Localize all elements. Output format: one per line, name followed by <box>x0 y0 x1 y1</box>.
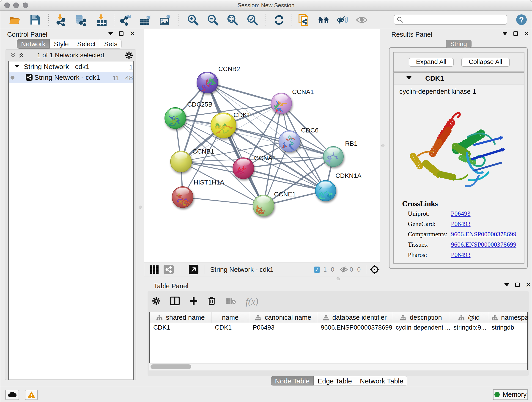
tab-style[interactable]: Style <box>50 39 73 49</box>
go-home-button[interactable] <box>318 14 330 26</box>
zoom-out-button[interactable] <box>207 14 219 26</box>
tab-string[interactable]: String <box>446 40 472 48</box>
maximize-panel-button[interactable] <box>119 32 123 36</box>
hide-selected-button[interactable] <box>336 14 348 26</box>
search-field[interactable] <box>394 15 507 25</box>
column-header-canonical-name[interactable]: canonical name <box>249 313 317 323</box>
export-image-button[interactable] <box>159 14 171 26</box>
birds-eye-view-button[interactable] <box>369 263 380 276</box>
float-panel-button[interactable] <box>502 32 507 35</box>
column-header-namespace[interactable]: namespace <box>488 313 528 323</box>
tab-network[interactable]: Network <box>17 39 50 49</box>
open-in-new-icon <box>191 267 196 273</box>
tree-column-icon <box>458 315 465 321</box>
tab-edge-table[interactable]: Edge Table <box>314 376 356 385</box>
crosslink-link[interactable]: P06493 <box>451 210 471 217</box>
export-table-button[interactable] <box>139 14 151 26</box>
tab-sets[interactable]: Sets <box>100 39 122 49</box>
apply-function-button[interactable]: f(x) <box>246 296 259 307</box>
right-splitter-handle[interactable] <box>381 144 385 147</box>
toolbar-separator <box>48 13 49 27</box>
float-panel-button[interactable] <box>108 32 113 35</box>
clone-network-button[interactable] <box>298 14 310 26</box>
tab-select[interactable]: Select <box>73 39 100 49</box>
gene-section-header[interactable]: CDK1 <box>394 73 524 85</box>
column-header-name[interactable]: name <box>211 313 249 323</box>
add-column-button[interactable] <box>189 297 198 306</box>
search-input[interactable] <box>403 16 507 23</box>
table-toolbar: f(x) <box>152 294 259 309</box>
table-row[interactable]: CDK1CDK1P064939606.ENSP00000378699cyclin… <box>150 323 527 332</box>
warnings-button[interactable] <box>25 390 38 400</box>
close-panel-button[interactable]: ✕ <box>129 32 135 36</box>
disclosure-triangle-icon[interactable] <box>14 65 19 68</box>
zoom-fit-icon <box>227 14 239 26</box>
cloud-button[interactable] <box>5 390 19 400</box>
network-list-item[interactable]: String Network - cdk11 <box>9 61 133 72</box>
open-session-button[interactable] <box>9 14 21 26</box>
control-panel: Control Panel ✕ NetworkStyleSelectSets 1… <box>2 29 136 382</box>
crosslink-row: GeneCard:P06493 <box>408 220 524 230</box>
show-grid-button[interactable] <box>149 263 159 276</box>
gene-name: CDK1 <box>425 75 444 82</box>
crosslink-row: Uniprot:P06493 <box>408 210 524 220</box>
crosslink-link[interactable]: 9606.ENSP00000378699 <box>451 230 516 238</box>
table-horizontal-scrollbar[interactable] <box>149 363 527 370</box>
collapse-all-button[interactable]: Collapse All <box>461 58 510 67</box>
table-panel-header: Table Panel ✕ <box>145 280 532 290</box>
show-column-selector-button[interactable] <box>170 297 180 306</box>
crosslink-link[interactable]: P06493 <box>451 251 471 259</box>
delete-table-button[interactable] <box>225 297 236 306</box>
network-list-item[interactable]: String Network - cdk11148 <box>9 72 133 83</box>
zoom-in-button[interactable] <box>187 14 199 26</box>
show-all-button[interactable] <box>356 14 368 26</box>
table-cell: CDK1 <box>150 323 211 332</box>
crosslink-row: Compartments:9606.ENSP00000378699 <box>408 230 524 241</box>
maximize-panel-button[interactable] <box>515 283 520 287</box>
network-list: String Network - cdk11String Network - c… <box>8 61 134 380</box>
open-view-in-window-button[interactable] <box>189 263 198 276</box>
node-label-CDC6: CDC6 <box>301 127 318 134</box>
crosslink-label: Pharos: <box>408 251 427 258</box>
current-network-dot <box>11 76 14 80</box>
zoom-selected-button[interactable] <box>247 14 259 26</box>
memory-button[interactable]: Memory <box>493 389 528 400</box>
delete-column-button[interactable] <box>208 296 216 306</box>
column-header-description[interactable]: description <box>392 313 450 323</box>
expand-all-button[interactable]: Expand All <box>409 58 454 67</box>
left-splitter-handle[interactable] <box>139 206 142 209</box>
title-bar: Session: New Session <box>0 0 532 11</box>
table-options-button[interactable] <box>152 297 160 306</box>
bottom-splitter-handle[interactable] <box>336 277 340 280</box>
scrollbar-thumb[interactable] <box>151 364 191 369</box>
network-share-button[interactable] <box>164 263 174 276</box>
import-network-from-file-button[interactable] <box>54 14 66 26</box>
export-table-icon <box>139 14 151 26</box>
crosslink-link[interactable]: 9606.ENSP00000378699 <box>451 241 516 248</box>
close-panel-button[interactable]: ✕ <box>524 32 530 36</box>
table-cell: cyclin-dependent ... <box>392 323 450 332</box>
statusbar-separator <box>336 265 336 274</box>
float-panel-button[interactable] <box>504 283 509 287</box>
network-options-button[interactable] <box>125 51 133 60</box>
tab-network-table[interactable]: Network Table <box>356 376 408 385</box>
import-network-from-database-button[interactable] <box>75 14 86 26</box>
table-cell: stringdb <box>488 323 528 332</box>
import-table-from-file-button[interactable] <box>95 14 108 26</box>
help-button[interactable]: ? <box>516 14 527 25</box>
import-network-database-icon <box>75 14 86 26</box>
table-cell: stringdb:9... <box>450 323 488 332</box>
refresh-button[interactable] <box>273 14 285 26</box>
graph-node-CCNB1: CCNB1 <box>171 148 214 172</box>
save-session-button[interactable] <box>29 14 41 26</box>
crosslink-link[interactable]: P06493 <box>451 220 471 228</box>
close-panel-button[interactable]: ✕ <box>526 283 531 287</box>
zoom-fit-button[interactable] <box>227 14 239 26</box>
column-header-database-identifier[interactable]: database identifier <box>317 313 392 323</box>
maximize-panel-button[interactable] <box>513 32 518 36</box>
export-network-button[interactable] <box>120 14 132 26</box>
tab-node-table[interactable]: Node Table <box>271 376 314 385</box>
network-canvas[interactable]: CCNB2CCNA1CDC25BCDK1CDC6RB1CCNB1CCNA2CDK… <box>144 29 380 262</box>
column-header-shared-name[interactable]: shared name <box>150 313 211 323</box>
column-header--id[interactable]: @id <box>450 313 488 323</box>
